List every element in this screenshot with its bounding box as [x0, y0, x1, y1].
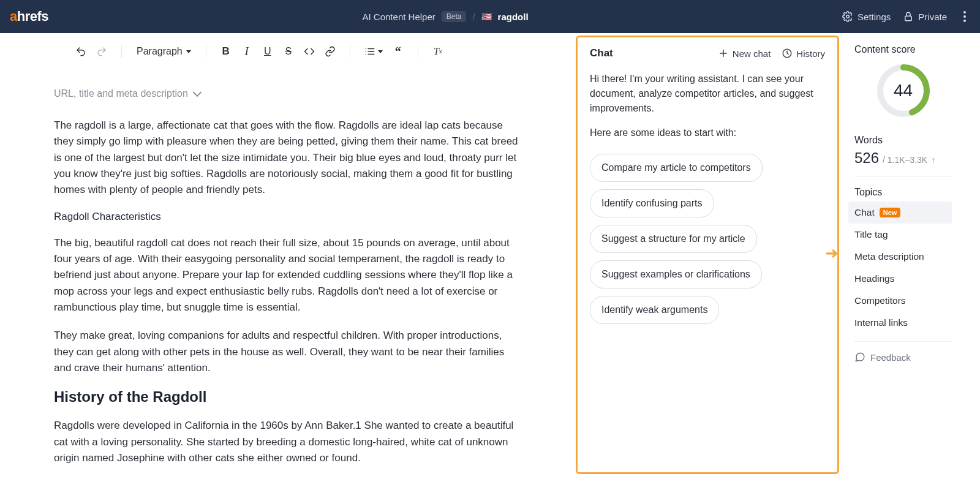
doc-name[interactable]: ragdoll	[498, 12, 529, 22]
product-name: AI Content Helper	[363, 12, 435, 22]
new-chat-button[interactable]: New chat	[718, 48, 771, 59]
paragraph[interactable]: The ragdoll is a large, affectionate cat…	[54, 118, 522, 198]
chat-title: Chat	[590, 47, 707, 59]
beta-badge: Beta	[442, 11, 467, 22]
breadcrumb: AI Content Helper Beta / 🇺🇸 ragdoll	[48, 11, 842, 22]
content-score-gauge: 44	[876, 64, 930, 118]
new-badge: New	[880, 208, 901, 217]
svg-rect-1	[905, 16, 912, 21]
document[interactable]: URL, title and meta description The ragd…	[0, 88, 576, 479]
chat-chip[interactable]: Suggest examples or clarifications	[590, 260, 762, 289]
words-range: / 1.1K–3.3K	[883, 155, 927, 165]
topics-label: Topics	[854, 187, 952, 198]
paragraph[interactable]: They make great, loving companions for a…	[54, 328, 522, 376]
svg-point-0	[846, 15, 850, 18]
editor-panel: Paragraph B I U S “ Tx URL, title and me…	[0, 33, 576, 479]
logo-rest: hrefs	[17, 9, 48, 25]
words-label: Words	[854, 135, 952, 146]
editor-toolbar: Paragraph B I U S “ Tx	[0, 33, 576, 70]
chat-ideas-intro: Here are some ideas to start with:	[590, 126, 825, 140]
nav-chat[interactable]: Chat New	[848, 202, 952, 224]
document-scroll[interactable]: URL, title and meta description The ragd…	[0, 70, 576, 479]
subheading[interactable]: Ragdoll Characteristics	[54, 211, 522, 223]
history-label: History	[796, 48, 825, 59]
chat-chip[interactable]: Suggest a structure for my article	[590, 225, 757, 253]
redo-button[interactable]	[93, 43, 110, 60]
heading[interactable]: History of the Ragdoll	[54, 388, 522, 405]
undo-button[interactable]	[72, 43, 89, 60]
feedback-button[interactable]: Feedback	[854, 352, 952, 363]
arrow-annotation-icon: ➜	[825, 244, 839, 263]
clock-icon	[782, 48, 793, 59]
bold-button[interactable]: B	[217, 43, 235, 60]
chat-greeting: Hi there! I'm your writing assistant. I …	[590, 72, 825, 116]
caret-down-icon	[186, 50, 191, 53]
chat-chip[interactable]: Identify confusing parts	[590, 189, 714, 217]
settings-button[interactable]: Settings	[842, 11, 891, 22]
words-metric: 526 / 1.1K–3.3K ↑	[854, 149, 952, 167]
words-count: 526	[854, 149, 879, 167]
logo-a: a	[10, 9, 17, 25]
nav-chat-label: Chat	[854, 207, 875, 218]
lock-icon	[903, 11, 914, 22]
logo[interactable]: ahrefs	[10, 9, 48, 25]
chat-bubble-icon	[854, 352, 865, 363]
paragraph[interactable]: The big, beautiful ragdoll cat does not …	[54, 235, 522, 316]
seo-expand-toggle[interactable]: URL, title and meta description	[54, 88, 522, 99]
chat-panel: Chat New chat History Hi there! I'm your…	[576, 36, 839, 474]
chat-header: Chat New chat History	[578, 37, 837, 66]
content-score-value: 44	[876, 64, 930, 118]
block-type-select[interactable]: Paragraph	[133, 46, 195, 57]
private-button[interactable]: Private	[903, 11, 947, 22]
nav-meta-description[interactable]: Meta description	[848, 246, 952, 268]
chat-suggestions: Compare my article to competitors Identi…	[590, 150, 825, 328]
strike-button[interactable]: S	[280, 43, 297, 60]
paragraph[interactable]: Ragdolls were developed in California in…	[54, 418, 522, 466]
italic-button[interactable]: I	[238, 43, 255, 60]
clear-format-button[interactable]: Tx	[429, 43, 447, 60]
code-button[interactable]	[301, 43, 318, 60]
nav-title-tag[interactable]: Title tag	[848, 224, 952, 246]
more-menu-icon[interactable]	[959, 11, 970, 22]
side-panel: ➜ Content score 44 Words 526 / 1.1K–3.3K…	[842, 33, 964, 479]
breadcrumb-sep: /	[472, 12, 475, 22]
block-type-label: Paragraph	[137, 46, 183, 57]
nav-headings[interactable]: Headings	[848, 268, 952, 290]
feedback-label: Feedback	[870, 352, 911, 363]
chat-chip[interactable]: Compare my article to competitors	[590, 154, 763, 182]
chat-chip[interactable]: Identify weak arguments	[590, 296, 719, 324]
quote-button[interactable]: “	[390, 43, 407, 60]
link-button[interactable]	[322, 43, 339, 60]
underline-button[interactable]: U	[259, 43, 276, 60]
seo-expand-label: URL, title and meta description	[54, 88, 188, 99]
nav-competitors[interactable]: Competitors	[848, 290, 952, 312]
new-chat-label: New chat	[733, 48, 771, 59]
content-score-label: Content score	[854, 44, 952, 55]
chat-body: Hi there! I'm your writing assistant. I …	[578, 66, 837, 334]
history-button[interactable]: History	[782, 48, 825, 59]
side-nav: Chat New Title tag Meta description Head…	[854, 202, 952, 334]
list-button[interactable]	[361, 43, 386, 60]
plus-icon	[718, 48, 729, 59]
settings-label: Settings	[858, 12, 891, 22]
caret-down-icon	[378, 50, 383, 53]
up-arrow-icon: ↑	[931, 155, 935, 165]
gear-icon	[842, 11, 853, 22]
flag-icon: 🇺🇸	[481, 12, 492, 21]
private-label: Private	[918, 12, 947, 22]
chevron-down-icon	[193, 88, 202, 97]
top-right: Settings Private	[842, 11, 970, 22]
nav-internal-links[interactable]: Internal links	[848, 312, 952, 334]
top-bar: ahrefs AI Content Helper Beta / 🇺🇸 ragdo…	[0, 0, 980, 33]
